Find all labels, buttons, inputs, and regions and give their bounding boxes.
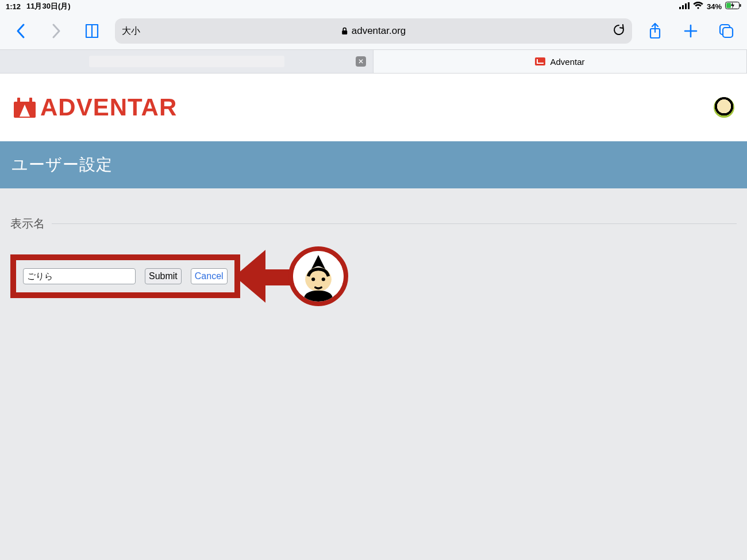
adventar-favicon-icon xyxy=(535,57,545,65)
svg-rect-1 xyxy=(682,5,684,9)
browser-tab-2[interactable]: Adventar xyxy=(374,50,747,73)
close-tab-icon[interactable]: ✕ xyxy=(356,56,366,67)
svg-rect-5 xyxy=(726,3,731,8)
display-name-label: 表示名 xyxy=(10,216,45,231)
address-bar[interactable]: 大小 adventar.org xyxy=(115,18,632,44)
site-header: ADVENTAR xyxy=(0,74,747,141)
battery-percent: 34% xyxy=(707,2,722,11)
svg-rect-2 xyxy=(685,3,687,9)
new-tab-button[interactable] xyxy=(678,18,703,44)
user-avatar[interactable] xyxy=(714,97,734,118)
tabs-overview-button[interactable] xyxy=(714,18,739,44)
clock: 1:12 xyxy=(6,2,21,11)
cellular-icon xyxy=(679,2,690,11)
safari-toolbar: 大小 adventar.org xyxy=(0,13,747,49)
text-size-control[interactable]: 大小 xyxy=(122,25,140,37)
adventar-logo-icon xyxy=(13,96,37,119)
svg-rect-16 xyxy=(29,98,32,103)
forward-button[interactable] xyxy=(44,18,69,44)
annotation-highlight-box: Submit Cancel xyxy=(10,254,240,298)
annotation-avatar-icon xyxy=(288,246,348,306)
submit-button[interactable]: Submit xyxy=(145,268,182,284)
svg-rect-15 xyxy=(17,98,20,103)
wifi-icon xyxy=(693,2,703,11)
bookmarks-button[interactable] xyxy=(79,18,105,44)
lock-icon xyxy=(341,27,348,35)
browser-tab-1[interactable]: ✕ xyxy=(0,50,374,73)
display-name-input[interactable] xyxy=(23,268,136,284)
svg-rect-6 xyxy=(740,4,741,7)
url-display: adventar.org xyxy=(341,25,406,37)
svg-rect-7 xyxy=(342,30,347,34)
tab-title-placeholder xyxy=(89,56,284,67)
divider xyxy=(52,223,737,224)
svg-point-21 xyxy=(321,277,325,281)
date: 11月30日(月) xyxy=(26,1,71,11)
tab-strip: ✕ Adventar xyxy=(0,49,747,74)
webpage-viewport: ADVENTAR ユーザー設定 表示名 Submit Cancel xyxy=(0,74,747,560)
ios-status-bar: 1:12 11月30日(月) 34% xyxy=(0,0,747,13)
svg-rect-0 xyxy=(679,7,681,9)
url-text: adventar.org xyxy=(352,25,406,37)
cancel-button[interactable]: Cancel xyxy=(191,268,228,284)
page-title: ユーザー設定 xyxy=(0,141,747,188)
section-header: 表示名 xyxy=(10,216,737,231)
back-button[interactable] xyxy=(8,18,33,44)
battery-icon xyxy=(725,2,741,11)
annotation-arrow-avatar xyxy=(242,246,348,306)
svg-rect-3 xyxy=(688,2,690,9)
reload-button[interactable] xyxy=(613,24,625,38)
site-logo[interactable]: ADVENTAR xyxy=(13,94,177,121)
svg-point-20 xyxy=(311,277,315,281)
tab-title: Adventar xyxy=(550,57,584,67)
logo-text: ADVENTAR xyxy=(40,94,177,121)
share-button[interactable] xyxy=(642,18,668,44)
svg-rect-13 xyxy=(723,28,733,37)
